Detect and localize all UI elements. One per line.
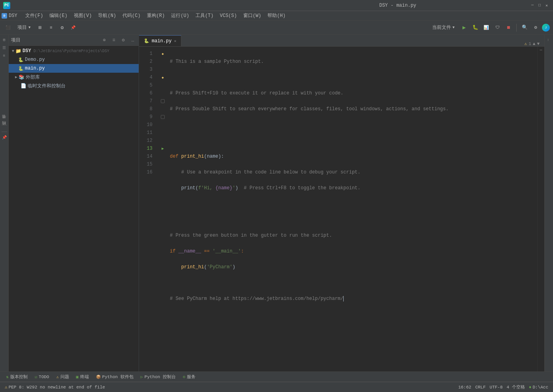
gutter-1: ◆: [159, 50, 167, 58]
menu-tools[interactable]: 工具(T): [192, 11, 217, 20]
menu-code[interactable]: 代码(C): [119, 11, 144, 20]
maximize-button[interactable]: □: [536, 2, 543, 9]
menu-file[interactable]: 文件(F): [22, 11, 47, 20]
left-side-toolbar-btn[interactable]: ⬛: [3, 23, 13, 32]
gutter-9: [159, 113, 167, 121]
tab-services[interactable]: ⊙ 服务: [180, 373, 199, 381]
tab-python-packages[interactable]: 📦 Python 软件包: [93, 373, 137, 381]
side-label-icon[interactable]: 📌: [2, 135, 7, 140]
left-tool-1[interactable]: ⊞: [1, 36, 8, 43]
pin-btn[interactable]: 📌: [68, 23, 78, 32]
demo-file-icon: 🐍: [18, 57, 24, 62]
tree-expand-all-btn[interactable]: ⊕: [101, 37, 108, 44]
debug-button[interactable]: 🐛: [470, 23, 480, 32]
packages-label: Python 软件包: [102, 374, 134, 380]
side-divider: [2, 125, 7, 125]
status-line-ending[interactable]: CRLF: [474, 385, 487, 390]
status-branch[interactable]: ♦ D:\Acc: [527, 385, 550, 390]
menu-navigate[interactable]: 导航(N): [95, 11, 119, 20]
tab-close-button[interactable]: ✕: [174, 39, 176, 43]
temp-icon: 📄: [21, 83, 26, 89]
code-line-1: # This is a sample Python script.: [170, 58, 537, 66]
current-file-button[interactable]: 当前文件 ▼: [429, 23, 458, 32]
status-warning-text: PEP 8: W292 no newline at end of file: [9, 385, 105, 390]
project-button[interactable]: 项目 ▼: [14, 23, 34, 32]
menu-help[interactable]: 帮助(H): [264, 11, 289, 20]
expand-btn[interactable]: ⊞: [35, 23, 45, 32]
tree-collapse-btn[interactable]: ≡: [110, 37, 117, 44]
run-button[interactable]: ▶: [459, 23, 469, 32]
root-folder-icon: 📁: [15, 48, 21, 54]
structure-btn[interactable]: ≡: [46, 23, 56, 32]
code-line-11: [170, 216, 537, 224]
status-right: 16:62 CRLF UTF-8 4 个空格 ♦ D:\Acc: [457, 384, 550, 390]
external-libs-icon: 📚: [19, 74, 24, 80]
tree-item-root[interactable]: ▼ 📁 DSY D:\JetBrains\PycharmProjects\DSY: [9, 47, 139, 55]
code-container: 1 2 3 4 5 6 7 8 9 10 11 12 13 14 15 16: [139, 47, 544, 371]
menu-vcs[interactable]: VCS(S): [216, 12, 240, 19]
right-tool-1[interactable]: …: [545, 36, 553, 43]
tree-item-external-libs[interactable]: ▶ 📚 外部库: [9, 73, 139, 81]
gutter-4: ◆: [159, 74, 167, 81]
settings-btn[interactable]: ⚙: [57, 23, 67, 32]
tree-item-temp[interactable]: 📄 临时文件和控制台: [9, 81, 139, 90]
console-label: Python 控制台: [145, 374, 176, 380]
file-tree-content: ▼ 📁 DSY D:\JetBrains\PycharmProjects\DSY…: [9, 46, 139, 371]
menu-window[interactable]: 窗口(W): [240, 11, 265, 20]
app-logo: PC: [3, 2, 10, 9]
code-editor[interactable]: # This is a sample Python script. # Pres…: [167, 47, 537, 371]
tab-todo[interactable]: ☑ TODO: [32, 374, 52, 380]
toolbar-separator: [516, 24, 517, 32]
menu-run[interactable]: 运行(U): [168, 11, 192, 20]
tab-terminal[interactable]: ▣ 终端: [73, 373, 92, 381]
left-tool-2[interactable]: ☰: [1, 44, 8, 51]
tab-problems[interactable]: ⚠ 问题: [53, 373, 72, 381]
gutter-fold-7[interactable]: [161, 99, 165, 103]
status-encoding[interactable]: UTF-8: [488, 385, 504, 390]
problems-icon: ⚠: [56, 375, 58, 379]
tab-main-label: main.py: [152, 38, 171, 44]
code-line-14: print_hi('PyCharm'): [170, 263, 537, 271]
status-indent[interactable]: 4 个空格: [505, 384, 527, 390]
root-label: DSY: [23, 48, 31, 54]
menu-view[interactable]: 视图(V): [71, 11, 95, 20]
close-button[interactable]: ✕: [544, 2, 550, 9]
profile-button[interactable]: 📊: [482, 23, 491, 32]
gutter-6: [159, 89, 167, 97]
tab-version-control[interactable]: ⇅ 版本控制: [3, 373, 31, 381]
root-path: D:\JetBrains\PycharmProjects\DSY: [34, 49, 109, 53]
menu-refactor[interactable]: 重构(R): [144, 11, 168, 20]
tab-main-py[interactable]: 🐍 main.py ✕: [139, 35, 181, 46]
run-arrow-icon: ▶: [162, 146, 164, 151]
code-line-3: # Press Shift+F10 to execute it or repla…: [170, 89, 537, 97]
menu-edit[interactable]: 编辑(E): [46, 11, 71, 20]
status-warning-icon: ⚠: [5, 384, 8, 390]
tab-python-console[interactable]: ▷ Python 控制台: [137, 373, 179, 381]
settings-gear-button[interactable]: ⚙: [531, 23, 540, 32]
code-line-15: [170, 279, 537, 287]
gutter-13[interactable]: ▶: [159, 145, 167, 153]
code-line-16: # See PyCharm help at https://www.jetbra…: [170, 295, 537, 303]
title-text: DSY - main.py: [266, 3, 529, 8]
left-tool-3[interactable]: ≡: [1, 52, 8, 59]
tree-item-main[interactable]: 🐍 main.py: [9, 64, 139, 73]
status-warning-item[interactable]: ⚠ PEP 8: W292 no newline at end of file: [3, 382, 107, 392]
coverage-button[interactable]: 🛡: [493, 23, 502, 32]
minimize-button[interactable]: ─: [529, 2, 536, 9]
warning-up-arrow[interactable]: ▲: [533, 41, 536, 46]
gutter-breakpoint-9[interactable]: [161, 115, 165, 119]
search-button[interactable]: 🔍: [520, 23, 529, 32]
ln-9: 9: [139, 113, 156, 121]
gutter-3: [159, 66, 167, 74]
warning-down-arrow[interactable]: ▼: [537, 41, 540, 46]
tree-more-btn[interactable]: …: [129, 37, 136, 44]
gutter-10: [159, 121, 167, 129]
ln-2: 2: [139, 58, 156, 66]
tab-main-icon: 🐍: [144, 38, 149, 43]
stop-button[interactable]: ⏹: [504, 23, 513, 32]
jetbrains-button[interactable]: J: [542, 24, 550, 32]
title-right: ─ □ ✕: [529, 2, 550, 9]
tree-settings-btn[interactable]: ⚙: [120, 37, 127, 44]
status-position[interactable]: 16:62: [457, 385, 473, 390]
tree-item-demo[interactable]: 🐍 Demo.py: [9, 55, 139, 64]
